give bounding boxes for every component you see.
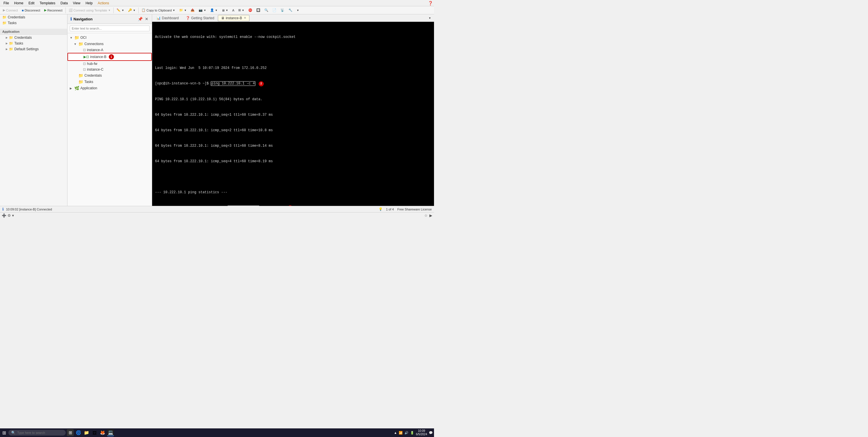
dropdown-btn[interactable]: ▾ <box>12 213 14 218</box>
folder-icon: 📁 <box>2 15 7 19</box>
star-button[interactable]: ☆ <box>424 213 428 218</box>
expand-icon3: ▶ <box>6 48 8 51</box>
terminal[interactable]: Activate the web console with: systemctl… <box>152 22 434 206</box>
tree-item-instance-b[interactable]: ▶ ▶⊡ instance-B 1 <box>67 53 152 61</box>
edit-icon-btn[interactable]: ✏️ ▼ <box>115 8 126 12</box>
license-info: Free Shareware License <box>397 208 432 211</box>
oci-folder-icon: 📁 <box>74 35 79 40</box>
help-button[interactable]: ❓ <box>428 1 433 5</box>
key-icon: 🔑 <box>128 8 132 12</box>
user-icon-btn[interactable]: 👤 ▼ <box>208 8 219 12</box>
chevron-down-icon3: ▼ <box>133 9 135 12</box>
display-icon: 🖥 <box>222 9 225 12</box>
terminal-line-9: 64 bytes from 10.222.10.1: icmp_seq=4 tt… <box>155 159 431 164</box>
instance-b-icon: ▶⊡ <box>84 55 89 59</box>
tabs-bar: 📊 Dashboard ❓ Getting Started 🖥 instance… <box>152 14 434 22</box>
tree-item-credentials-nav[interactable]: ▶ 📁 Credentials <box>67 72 152 79</box>
antenna-icon-btn[interactable]: 📡 <box>279 8 286 12</box>
reconnect-button[interactable]: ▶ Reconnect <box>42 8 64 12</box>
sidebar-item-tasks-top[interactable]: 📁 Tasks <box>0 20 67 26</box>
tools-icon: 🔧 <box>288 8 292 12</box>
nav-pin-button[interactable]: 📌 <box>137 16 143 22</box>
tab-scroll-down[interactable]: ▼ <box>427 16 433 20</box>
chevron-down-icon: ▼ <box>70 36 73 39</box>
find-icon-btn[interactable]: 🔍 <box>262 8 270 12</box>
sidebar-item-tasks[interactable]: ▶ 📁 Tasks <box>0 40 67 46</box>
tree-item-hub-fw[interactable]: ▶ ⊡ hub-fw <box>67 61 152 67</box>
connect-template-button[interactable]: ⬜ Connect using Template ▼ <box>67 8 113 12</box>
nav-title: ℹ Navigation <box>70 17 92 21</box>
stop-icon-btn[interactable]: ⛔ <box>247 8 254 12</box>
tools-icon-btn[interactable]: 🔧 <box>287 8 294 12</box>
tree-item-application-nav[interactable]: ▶ 🌿 Application <box>67 85 152 91</box>
terminal-line-2 <box>155 50 431 55</box>
layout-icon-btn[interactable]: ⊞ ▼ <box>237 8 246 12</box>
chevron-down-icon4: ▼ <box>173 9 175 12</box>
sidebar-item-credentials-top[interactable]: 📁 Credentials <box>0 14 67 20</box>
nav-actions: 📌 ✕ <box>137 16 149 22</box>
chevron-down-icon6: ▼ <box>204 9 206 12</box>
disconnect-icon: ■ <box>22 9 24 12</box>
stop-icon: ⛔ <box>248 8 252 12</box>
sidebar-item-default-settings[interactable]: ▶ 📁 Default Settings <box>0 46 67 52</box>
tree-item-oci[interactable]: ▼ 📁 OCI <box>67 34 152 41</box>
copy-clipboard-button[interactable]: 📋 Copy to Clipboard ▼ <box>140 8 177 12</box>
dashboard-icon: 📊 <box>156 16 161 20</box>
disconnect-button[interactable]: ■ Disconnect <box>20 8 42 12</box>
transfer-icon-btn[interactable]: 📤 <box>189 8 196 12</box>
connect-button[interactable]: ▶ Connect <box>1 8 20 12</box>
font-icon: A <box>232 9 234 12</box>
menu-help[interactable]: Help <box>83 1 95 6</box>
find-icon: 🔍 <box>265 8 268 12</box>
tree-item-instance-a[interactable]: ▶ ⊡ instance-A <box>67 47 152 53</box>
page-info: 1 of 4 <box>386 208 394 211</box>
camera-icon-btn[interactable]: 📷 ▼ <box>197 8 208 12</box>
cmd-highlight-1: ping 10.222.10.1 -c 4 <box>211 81 255 86</box>
sidebar: 📁 Credentials 📁 Tasks Application ▶ 📁 Cr… <box>0 14 67 206</box>
script-icon-btn[interactable]: 📄 <box>271 8 278 12</box>
nav-close-button[interactable]: ✕ <box>144 16 149 22</box>
settings-button[interactable]: ⚙ <box>7 213 11 218</box>
terminal-tab-icon: 🖥 <box>221 16 224 20</box>
menu-actions[interactable]: Actions <box>96 1 112 6</box>
menu-templates[interactable]: Templates <box>37 1 58 6</box>
play-button[interactable]: ▶ <box>429 213 432 218</box>
key-icon-btn[interactable]: 🔑 ▼ <box>126 8 137 12</box>
more-btn[interactable]: ▼ <box>295 8 301 12</box>
tree-item-tasks-nav[interactable]: ▶ 📁 Tasks <box>67 79 152 85</box>
packet-loss-highlight-1: 0% packet loss, <box>227 206 259 206</box>
transfer-icon: 📤 <box>191 8 195 12</box>
folder-icon: 📁 <box>2 21 7 25</box>
add-button[interactable]: ➕ <box>2 213 6 218</box>
antenna-icon: 📡 <box>280 8 284 12</box>
connect-icon: ▶ <box>3 8 5 12</box>
chevron-down-icon8: ▼ <box>226 9 228 12</box>
menu-home[interactable]: Home <box>12 1 26 6</box>
bottom-right-icons: ☆ ▶ <box>424 213 432 218</box>
search2-icon-btn[interactable]: 🔲 <box>255 8 262 12</box>
chevron-down-icon7: ▼ <box>215 9 218 12</box>
tab-getting-started[interactable]: ❓ Getting Started <box>183 15 218 21</box>
sep2 <box>113 7 114 13</box>
menu-edit[interactable]: Edit <box>26 1 37 6</box>
sidebar-item-credentials[interactable]: ▶ 📁 Credentials <box>0 35 67 40</box>
terminal-line-11: --- 10.222.10.1 ping statistics --- <box>155 190 431 195</box>
tree-item-instance-c[interactable]: ▶ ⊡ instance-C <box>67 67 152 72</box>
credentials-folder-icon: 📁 <box>79 73 83 78</box>
font-icon-btn[interactable]: A <box>230 8 236 12</box>
menu-view[interactable]: View <box>71 1 83 6</box>
terminal-line-8: 64 bytes from 10.222.10.1: icmp_seq=3 tt… <box>155 143 431 149</box>
menu-data[interactable]: Data <box>58 1 70 6</box>
menu-file[interactable]: File <box>1 1 11 6</box>
folder-icon-btn[interactable]: 📁 ▼ <box>177 8 188 12</box>
tab-dashboard[interactable]: 📊 Dashboard <box>153 15 182 21</box>
tree-item-connections[interactable]: ▼ 📁 Connections <box>67 41 152 47</box>
terminal-line-10 <box>155 174 431 180</box>
tab-instance-b[interactable]: 🖥 instance-B ✕ <box>218 15 249 21</box>
bottom-toolbar: ➕ ⚙ ▾ ☆ ▶ <box>0 212 434 218</box>
display-icon-btn[interactable]: 🖥 ▼ <box>220 8 230 12</box>
expand-icon: ▶ <box>6 36 8 39</box>
nav-search-input[interactable] <box>70 26 150 31</box>
tab-close-button[interactable]: ✕ <box>244 16 246 20</box>
badge-2: 2 <box>259 81 264 87</box>
